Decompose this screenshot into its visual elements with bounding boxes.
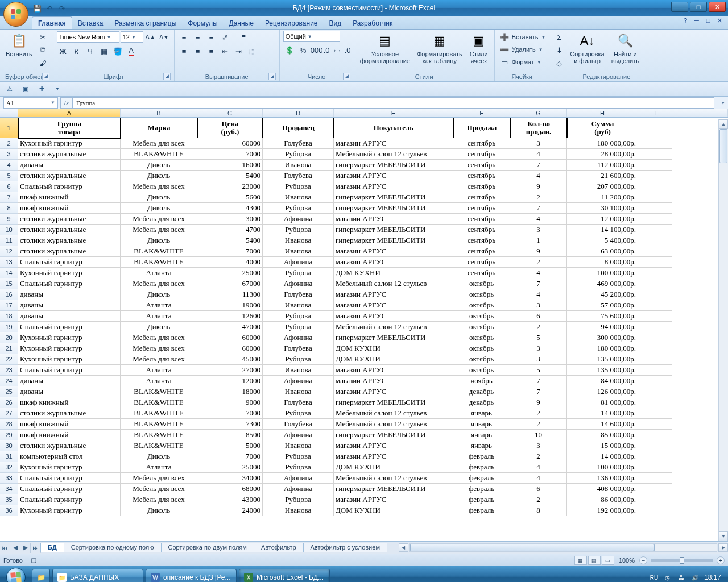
data-cell[interactable]: Иванова	[263, 235, 334, 246]
fill-color-button[interactable]: 🪣	[111, 45, 124, 57]
row-header[interactable]: 19	[0, 322, 18, 332]
data-cell[interactable]: диваны	[18, 289, 121, 300]
row-header[interactable]: 28	[0, 419, 18, 430]
data-cell[interactable]: сентябрь	[453, 203, 510, 214]
data-cell[interactable]	[638, 311, 672, 322]
data-cell[interactable]: 11 200,00р.	[567, 192, 638, 203]
sort-filter-button[interactable]: A↓Сортировка и фильтр	[568, 31, 606, 65]
align-center-button[interactable]: ≡	[192, 45, 204, 57]
data-cell[interactable]: 10	[510, 430, 567, 440]
row-header[interactable]: 15	[0, 278, 18, 289]
data-cell[interactable]: 3	[510, 225, 567, 235]
sheet-nav-last[interactable]: ⏭	[31, 543, 41, 553]
data-cell[interactable]: BLAK&WHITE	[121, 149, 197, 160]
header-cell[interactable]: Цена (руб.)	[197, 118, 263, 138]
data-cell[interactable]: 2	[510, 494, 567, 505]
column-header[interactable]: C	[197, 109, 263, 117]
format-painter-button[interactable]: 🖌	[37, 57, 49, 69]
delete-cells-icon[interactable]: ➖	[498, 43, 511, 56]
data-cell[interactable]: ноябрь	[453, 376, 510, 386]
data-cell[interactable]: Кухонный гарнитур	[18, 268, 121, 278]
data-cell[interactable]: гипермаркет МЕБЕЛЬСИТИ	[334, 484, 453, 494]
data-cell[interactable]: Мебель для всех	[121, 225, 197, 235]
row-header[interactable]: 25	[0, 386, 18, 397]
data-cell[interactable]: 4700	[197, 225, 263, 235]
data-cell[interactable]: сентябрь	[453, 181, 510, 192]
data-cell[interactable]: Голубева	[263, 397, 334, 408]
data-cell[interactable]	[638, 181, 672, 192]
data-cell[interactable]: диваны	[18, 376, 121, 386]
data-cell[interactable]: Диколь	[121, 451, 197, 462]
row-header[interactable]: 10	[0, 225, 18, 235]
data-cell[interactable]: столики журнальные	[18, 225, 121, 235]
increase-decimal-button[interactable]: .0→	[324, 44, 337, 56]
conditional-formatting-button[interactable]: ▤Условное форматирование	[358, 31, 412, 65]
row-header[interactable]: 26	[0, 397, 18, 408]
row-header[interactable]: 31	[0, 451, 18, 462]
sheet-nav-first[interactable]: ⏮	[0, 543, 10, 553]
data-cell[interactable]: гипермаркет МЕБЕЛЬСИТИ	[334, 192, 453, 203]
data-cell[interactable]: январь	[453, 440, 510, 451]
data-cell[interactable]: сентябрь	[453, 246, 510, 257]
data-cell[interactable]	[638, 214, 672, 225]
shrink-font-button[interactable]: A▼	[158, 31, 171, 43]
data-cell[interactable]: магазин АРГУС	[334, 300, 453, 311]
data-cell[interactable]	[638, 203, 672, 214]
column-header[interactable]: D	[263, 109, 334, 117]
data-cell[interactable]: 4	[510, 268, 567, 278]
data-cell[interactable]: Спальный гарнитур	[18, 181, 121, 192]
data-cell[interactable]: ДОМ КУХНИ	[334, 354, 453, 365]
row-header[interactable]: 14	[0, 268, 18, 278]
data-cell[interactable]: BLAK&WHITE	[121, 408, 197, 419]
data-cell[interactable]: Кухонный гарнитур	[18, 332, 121, 343]
data-cell[interactable]: Афонина	[263, 484, 334, 494]
data-cell[interactable]: 45 200,00р.	[567, 289, 638, 300]
dialog-launcher-icon[interactable]: ◢	[268, 73, 276, 80]
data-cell[interactable]: 4300	[197, 203, 263, 214]
underline-button[interactable]: Ч	[84, 45, 97, 57]
data-cell[interactable]: 68000	[197, 484, 263, 494]
tray-clock[interactable]: 18:17	[704, 573, 721, 581]
data-cell[interactable]: Кухонный гарнитур	[18, 138, 121, 149]
data-cell[interactable]: магазин АРГУС	[334, 138, 453, 149]
data-cell[interactable]: 25000	[197, 268, 263, 278]
comma-button[interactable]: 000	[311, 44, 323, 56]
data-cell[interactable]	[638, 505, 672, 516]
tray-icon[interactable]: ◷	[663, 573, 672, 582]
data-cell[interactable]: Мебельный салон 12 стульев	[334, 278, 453, 289]
view-page-layout-button[interactable]: ▤	[588, 556, 601, 565]
data-cell[interactable]: 14 600,00р.	[567, 419, 638, 430]
ribbon-tab[interactable]: Формулы	[182, 17, 223, 29]
data-cell[interactable]: столики журнальные	[18, 214, 121, 225]
data-cell[interactable]: Атланта	[121, 300, 197, 311]
data-cell[interactable]: 7300	[197, 419, 263, 430]
data-cell[interactable]	[638, 343, 672, 354]
data-cell[interactable]: 7	[510, 203, 567, 214]
data-cell[interactable]: 4	[510, 149, 567, 160]
data-cell[interactable]: шкаф книжный	[18, 430, 121, 440]
data-cell[interactable]: 7000	[197, 246, 263, 257]
column-header[interactable]: B	[121, 109, 197, 117]
data-cell[interactable]	[638, 149, 672, 160]
insert-cells-button[interactable]: Вставить	[512, 34, 539, 40]
data-cell[interactable]: 7000	[197, 451, 263, 462]
data-cell[interactable]: шкаф книжный	[18, 192, 121, 203]
data-cell[interactable]: октябрь	[453, 289, 510, 300]
data-cell[interactable]: Иванова	[263, 192, 334, 203]
data-cell[interactable]	[638, 332, 672, 343]
data-cell[interactable]: Спальный гарнитур	[18, 494, 121, 505]
data-cell[interactable]: 9	[510, 246, 567, 257]
scroll-track[interactable]	[719, 129, 728, 531]
zoom-out-button[interactable]: −	[639, 556, 647, 564]
data-cell[interactable]: Спальный гарнитур	[18, 484, 121, 494]
data-cell[interactable]: 9	[510, 181, 567, 192]
autosum-button[interactable]: Σ	[553, 31, 565, 43]
data-cell[interactable]: Атланта	[121, 462, 197, 473]
data-cell[interactable]: февраль	[453, 484, 510, 494]
window-close-button[interactable]: ✕	[709, 2, 726, 12]
sheet-tab[interactable]: Автофильтр с условием	[303, 543, 387, 552]
data-cell[interactable]: Мебельный салон 12 стульев	[334, 473, 453, 484]
data-cell[interactable]: сентябрь	[453, 214, 510, 225]
delete-cells-button[interactable]: Удалить	[512, 46, 536, 53]
sheet-nav-next[interactable]: ▶	[20, 543, 31, 553]
